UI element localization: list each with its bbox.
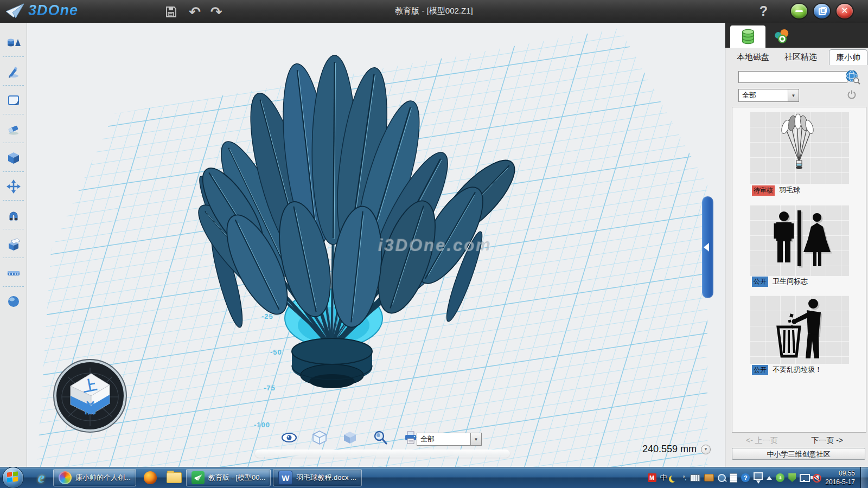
model-title[interactable]: 不要乱扔垃圾！: [773, 365, 822, 375]
wireframe-view-button[interactable]: [311, 429, 328, 446]
category-filter-value: 全部: [739, 91, 788, 100]
tool-edit-feature[interactable]: [0, 143, 27, 172]
wireframe-cube-icon: [312, 430, 327, 445]
tool-sketch-plane[interactable]: [0, 86, 27, 114]
viewport-scrollbar[interactable]: [255, 450, 510, 458]
resource-library-panel: 本地磁盘 社区精选 康小帅 全部 ▼: [725, 23, 868, 467]
save-button[interactable]: [163, 4, 179, 20]
grid-axis-label: -100: [254, 421, 270, 429]
status-badge: 公开: [752, 277, 768, 287]
tray-tools-icon[interactable]: [704, 474, 714, 481]
show-desktop-button[interactable]: [860, 467, 868, 488]
tool-render-material[interactable]: [0, 287, 27, 316]
status-badge: 公开: [752, 365, 768, 375]
category-filter-dropdown[interactable]: 全部 ▼: [738, 89, 799, 102]
zoom-view-button[interactable]: [372, 429, 388, 446]
modeling-viewport[interactable]: -25 -50 -75 -100 i3DOne.com 上 前: [27, 23, 725, 467]
ime-indicator[interactable]: 中: [660, 473, 667, 483]
tab-user-kangxiaoshuai[interactable]: 康小帅: [829, 49, 867, 65]
model-title[interactable]: 卫生间标志: [773, 277, 808, 286]
brand-name: 3DOne: [28, 2, 78, 19]
show-hidden-icons-button[interactable]: [767, 476, 772, 480]
next-page-button[interactable]: 下一页 ->: [811, 436, 843, 446]
model-title[interactable]: 羽毛球: [779, 185, 800, 195]
tool-primitive-solids[interactable]: [0, 28, 27, 57]
tray-window-icon[interactable]: [754, 472, 763, 480]
system-tray: M 中 °, ? +: [648, 472, 819, 484]
display-filter-dropdown[interactable]: 全部 ▼: [417, 433, 482, 446]
shaded-view-button[interactable]: [342, 429, 358, 446]
tab-community[interactable]: [772, 27, 792, 46]
tab-local-disk[interactable]: 本地磁盘: [737, 52, 769, 62]
tool-auto-assembly-magnet[interactable]: [0, 201, 27, 229]
shuttlecock-model[interactable]: [27, 23, 725, 467]
taskbar-window-browser[interactable]: 康小帅的个人创...: [53, 469, 136, 486]
taskbar-clock[interactable]: 09:55 2016-5-17: [825, 469, 855, 486]
tool-move-transform[interactable]: [0, 172, 27, 201]
model-card-caption: 待审核 羽毛球: [752, 185, 800, 195]
refresh-power-button[interactable]: [847, 89, 857, 101]
tray-degree-icon[interactable]: °,: [683, 475, 687, 481]
tray-moon-icon[interactable]: [671, 474, 678, 481]
tray-m-icon[interactable]: M: [648, 473, 656, 482]
chevron-down-icon[interactable]: [756, 480, 761, 484]
eye-icon: [281, 431, 297, 444]
community-logo-icon: [774, 28, 790, 44]
database-icon: [740, 28, 756, 46]
tray-network-icon[interactable]: [800, 474, 810, 482]
firefox-icon[interactable]: [138, 469, 162, 486]
power-icon: [847, 89, 857, 99]
tool-combine-solids[interactable]: [0, 229, 27, 258]
printer-icon: [403, 430, 418, 445]
tray-qq-manager-icon[interactable]: +: [776, 473, 784, 482]
internet-explorer-icon[interactable]: e: [29, 469, 53, 486]
tool-eraser[interactable]: [0, 114, 27, 143]
model-thumbnail-badminton[interactable]: [750, 112, 849, 184]
model-thumbnail-litter[interactable]: [750, 296, 849, 364]
visibility-eye-button[interactable]: [281, 429, 297, 446]
explorer-folder-icon[interactable]: [162, 469, 186, 486]
nav-cube-front-label[interactable]: 前: [83, 400, 98, 416]
tab-community-featured[interactable]: 社区精选: [784, 52, 817, 62]
restore-button[interactable]: [814, 4, 830, 18]
help-button[interactable]: ?: [760, 3, 768, 19]
badminton-sketch-image: [750, 112, 849, 184]
chevron-down-icon[interactable]: ▼: [470, 433, 481, 445]
tray-search-icon[interactable]: [718, 474, 726, 482]
panel-tab-strip: [725, 23, 868, 48]
measurement-expand-button[interactable]: ▼: [701, 445, 711, 454]
start-button[interactable]: [2, 467, 24, 488]
save-icon: [164, 5, 177, 18]
magnifier-icon: [373, 430, 388, 445]
tray-security-shield-icon[interactable]: [788, 473, 796, 482]
view-navigation-cube[interactable]: 上 前: [52, 358, 128, 434]
paper-plane-icon: [5, 3, 25, 19]
tray-help-icon[interactable]: ?: [741, 473, 750, 482]
tool-sketch-draw[interactable]: [0, 57, 27, 86]
display-filter-value: 全部: [417, 434, 470, 444]
undo-button[interactable]: ↶: [189, 5, 201, 19]
sketch-pen-icon: [7, 65, 21, 79]
model-thumbnail-restroom[interactable]: [750, 205, 849, 276]
model-list: 待审核 羽毛球: [732, 107, 866, 433]
clock-date: 2016-5-17: [825, 478, 855, 486]
prev-page-button[interactable]: <- 上一页: [746, 436, 778, 446]
close-button[interactable]: ✕: [837, 4, 853, 18]
chevron-down-icon[interactable]: ▼: [788, 89, 799, 101]
minimize-button[interactable]: [791, 4, 807, 18]
tray-volume-muted-icon[interactable]: [814, 474, 819, 481]
taskbar-window-word[interactable]: W 羽毛球教程.docx ...: [273, 469, 362, 486]
taskbar-window-3done[interactable]: 教育版 - [模型00...: [186, 469, 271, 486]
redo-button[interactable]: ↷: [210, 5, 222, 19]
tool-measure[interactable]: [0, 258, 27, 287]
search-globe-button[interactable]: [845, 69, 860, 87]
tray-keyboard-icon[interactable]: [690, 474, 700, 481]
tray-document-icon[interactable]: [730, 473, 737, 483]
grid-axis-label: -50: [270, 348, 282, 356]
sphere-icon: [7, 294, 21, 309]
panel-collapse-handle[interactable]: [702, 196, 713, 298]
tab-local-library[interactable]: [730, 25, 765, 48]
primitive-solids-icon: [7, 36, 21, 50]
search-input[interactable]: [738, 71, 847, 83]
community-site-button[interactable]: 中小学三维创意社区: [732, 448, 865, 460]
